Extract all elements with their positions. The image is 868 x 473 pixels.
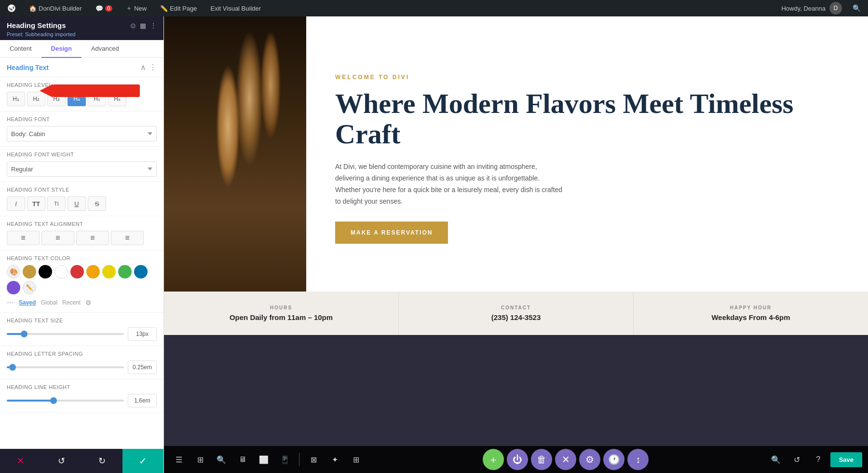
- table-layout-button[interactable]: ⊞: [191, 450, 209, 469]
- section-title: Heading Text: [7, 64, 49, 71]
- color-custom-picker[interactable]: ✏️: [23, 281, 36, 294]
- h1-button[interactable]: H₁: [7, 92, 25, 106]
- redo-button[interactable]: ↻: [82, 449, 123, 473]
- zoom-button[interactable]: 🔍: [767, 450, 785, 469]
- desktop-view-button[interactable]: 🖥: [233, 450, 252, 469]
- undo-button[interactable]: ↺: [41, 449, 82, 473]
- admin-search-button[interactable]: 🔍: [850, 1, 863, 15]
- tab-design[interactable]: Design: [41, 40, 81, 58]
- wp-admin-bar: 🏠 DonDivi Builder 💬 0 ＋ New ✏️ Edit Page…: [0, 0, 868, 16]
- add-element-button[interactable]: ＋: [483, 449, 504, 470]
- line-height-value[interactable]: 1.6em: [128, 394, 157, 407]
- color-eyedropper[interactable]: 🎨: [7, 265, 20, 278]
- color-swatches: 🎨 ✏️: [7, 265, 157, 294]
- color-swatch-golden[interactable]: [23, 265, 36, 278]
- text-size-thumb[interactable]: [21, 331, 27, 337]
- panel-title: Heading Settings: [7, 21, 66, 29]
- tablet-view-button[interactable]: ⬜: [255, 450, 273, 469]
- panel-menu-icon[interactable]: ⋮: [150, 22, 157, 29]
- color-swatch-yellow[interactable]: [102, 265, 116, 278]
- color-tab-global[interactable]: Global: [41, 299, 57, 306]
- heading-text-color-field: Heading Text Color 🎨 ✏️ ··· Saved: [0, 250, 163, 313]
- section-collapse-icon[interactable]: ∧: [140, 63, 146, 72]
- hero-description: At Divi, we blend contemporary cuisine w…: [335, 161, 567, 207]
- power-button[interactable]: ⏻: [507, 449, 528, 470]
- close-button[interactable]: ✕: [555, 449, 576, 470]
- align-right-button[interactable]: ≡: [76, 231, 109, 245]
- smallcaps-button[interactable]: Tt: [47, 196, 66, 211]
- color-swatch-black[interactable]: [39, 265, 52, 278]
- search-button[interactable]: 🔍: [212, 450, 231, 469]
- heading-font-label: Heading Font: [7, 116, 157, 122]
- heading-font-weight-field: Heading Font Weight Regular: [0, 147, 163, 182]
- panel-tabs: Content Design Advanced: [0, 40, 163, 58]
- tab-content[interactable]: Content: [0, 40, 41, 58]
- color-swatch-red[interactable]: [70, 265, 84, 278]
- layout-menu-button[interactable]: ☰: [170, 450, 188, 469]
- color-swatch-orange[interactable]: [86, 265, 100, 278]
- new-link[interactable]: ＋ New: [123, 4, 149, 13]
- more-colors-icon[interactable]: ···: [7, 297, 14, 307]
- site-name-link[interactable]: 🏠 DonDivi Builder: [26, 5, 85, 12]
- color-options-row: ··· Saved Global Recent ⚙: [7, 297, 157, 307]
- color-swatch-green[interactable]: [118, 265, 132, 278]
- text-size-track[interactable]: [7, 333, 124, 335]
- color-swatch-purple[interactable]: [7, 281, 20, 294]
- help-button[interactable]: ?: [809, 450, 827, 469]
- heading-font-field: Heading Font Body: Cabin: [0, 111, 163, 147]
- bold-button[interactable]: TT: [27, 196, 45, 211]
- avatar: D: [829, 2, 842, 14]
- heading-text-color-label: Heading Text Color: [7, 255, 157, 261]
- settings-button[interactable]: ⚙: [579, 449, 600, 470]
- section-button[interactable]: ⊠: [304, 450, 323, 469]
- panel-layout-icon[interactable]: ▦: [140, 22, 146, 29]
- panel-focus-icon[interactable]: ⊙: [130, 22, 136, 29]
- underline-button[interactable]: U: [68, 196, 86, 211]
- align-left-button[interactable]: ≡: [7, 231, 40, 245]
- heading-font-select[interactable]: Body: Cabin: [7, 126, 157, 141]
- grid-button[interactable]: ✦: [326, 450, 344, 469]
- preset-label[interactable]: Preset: Subheading imported: [7, 31, 157, 37]
- history-button[interactable]: 🕐: [603, 449, 624, 470]
- heading-line-height-label: Heading Line Height: [7, 384, 157, 390]
- right-content: WELCOME TO DIVI Where Modern Flavors Mee…: [164, 16, 868, 473]
- mobile-view-button[interactable]: 📱: [276, 450, 294, 469]
- info-col-contact: CONTACT (235) 124-3523: [399, 292, 634, 335]
- hero-image: [164, 16, 306, 292]
- letter-spacing-value[interactable]: 0.25em: [128, 361, 157, 374]
- line-height-fill: [7, 400, 54, 402]
- tab-advanced[interactable]: Advanced: [81, 40, 129, 58]
- align-center-button[interactable]: ≡: [41, 231, 74, 245]
- contact-value: (235) 124-3523: [491, 313, 541, 321]
- color-tab-recent[interactable]: Recent: [62, 299, 81, 306]
- italic-button[interactable]: I: [7, 196, 25, 211]
- color-swatch-blue[interactable]: [134, 265, 148, 278]
- confirm-button[interactable]: ✓: [122, 449, 163, 473]
- text-size-value[interactable]: 13px: [128, 327, 157, 341]
- exit-builder-link[interactable]: Exit Visual Builder: [208, 5, 264, 12]
- modules-button[interactable]: ⊞: [347, 450, 365, 469]
- strikethrough-button[interactable]: S: [88, 196, 106, 211]
- color-swatch-white[interactable]: [54, 265, 68, 278]
- cancel-button[interactable]: ✕: [0, 449, 41, 473]
- color-tab-saved[interactable]: Saved: [19, 299, 36, 306]
- letter-spacing-track[interactable]: [7, 366, 124, 368]
- wp-logo-icon[interactable]: [5, 1, 18, 15]
- align-justify-button[interactable]: ≡: [111, 231, 144, 245]
- save-button[interactable]: Save: [830, 452, 862, 467]
- cta-button[interactable]: MAKE A RESERVATION: [335, 222, 448, 244]
- heading-text-alignment-label: Heading Text Alignment: [7, 221, 157, 227]
- line-height-track[interactable]: [7, 400, 124, 402]
- home-icon: 🏠: [29, 5, 37, 12]
- panel-content: Heading Text ∧ ⋮ Heading Level H₁ H₂ H₃ …: [0, 58, 163, 449]
- line-height-thumb[interactable]: [50, 397, 57, 404]
- section-options-icon[interactable]: ⋮: [149, 63, 157, 72]
- delete-button[interactable]: 🗑: [531, 449, 552, 470]
- edit-page-link[interactable]: ✏️ Edit Page: [157, 5, 200, 12]
- letter-spacing-thumb[interactable]: [9, 364, 16, 371]
- arrows-button[interactable]: ↕: [627, 449, 649, 470]
- heading-font-weight-select[interactable]: Regular: [7, 161, 157, 177]
- color-settings-icon[interactable]: ⚙: [85, 299, 92, 306]
- comments-link[interactable]: 💬 0: [93, 5, 116, 12]
- undo-history-button[interactable]: ↺: [788, 450, 806, 469]
